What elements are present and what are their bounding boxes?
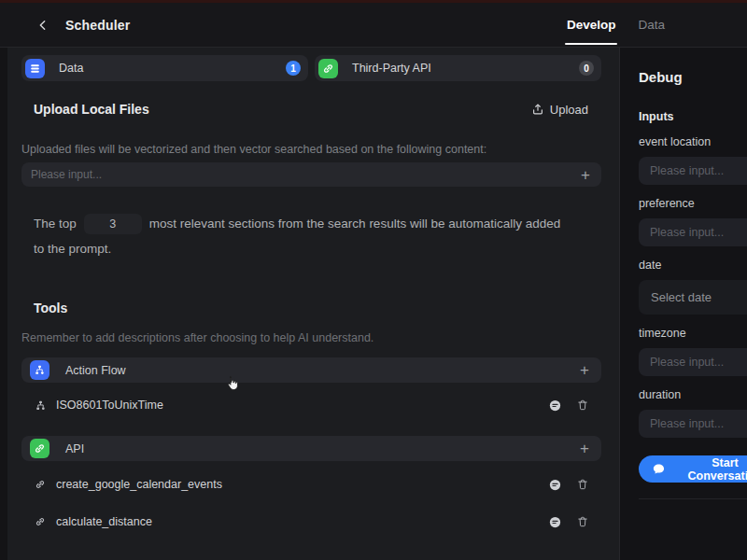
vector-search-input-row: +: [21, 162, 601, 187]
delete-trash-icon[interactable]: [576, 399, 590, 413]
tool-name: create_google_calendar_events: [56, 478, 222, 491]
debug-heading: Debug: [639, 69, 747, 85]
upload-icon: [531, 103, 544, 116]
tools-description: Remember to add descriptions after choos…: [21, 331, 601, 344]
third-party-api-label: Third-Party API: [352, 62, 431, 75]
data-count-badge: 1: [286, 61, 301, 76]
tools-heading: Tools: [34, 301, 601, 315]
page-title: Scheduler: [65, 18, 131, 33]
third-party-api-count-badge: 0: [579, 61, 594, 76]
field-label-date: date: [639, 258, 747, 273]
delete-trash-icon[interactable]: [576, 515, 590, 529]
upload-local-files-heading: Upload Local Files: [34, 102, 149, 117]
tool-row-iso8601[interactable]: ISO8601ToUnixTime: [21, 394, 601, 416]
workflow-small-icon: [35, 399, 48, 412]
preference-input[interactable]: [639, 218, 747, 246]
data-card[interactable]: Data 1: [21, 55, 308, 81]
debug-panel: Debug Inputs event location preference d…: [619, 48, 747, 560]
tool-row-calculate-distance[interactable]: calculate_distance: [21, 511, 601, 533]
tool-name: calculate_distance: [56, 515, 152, 528]
database-icon: [25, 59, 45, 78]
vector-search-input[interactable]: [31, 168, 579, 181]
develop-main-panel: Data 1 Third-Party API 0 Upload Local Fi…: [7, 48, 619, 560]
top-k-input[interactable]: [84, 214, 142, 234]
add-action-flow-button[interactable]: +: [578, 362, 591, 378]
add-content-button[interactable]: +: [579, 167, 592, 183]
api-label: API: [65, 442, 84, 455]
upload-button[interactable]: Upload: [531, 103, 588, 117]
tool-name: ISO8601ToUnixTime: [56, 399, 163, 412]
field-label-duration: duration: [639, 387, 747, 402]
date-select[interactable]: Select date: [639, 280, 747, 315]
chat-bubble-icon: [652, 462, 666, 476]
third-party-api-card[interactable]: Third-Party API 0: [315, 55, 601, 81]
field-label-timezone: timezone: [639, 326, 747, 341]
api-link-icon: [30, 439, 49, 458]
chevron-left-icon: [35, 18, 50, 33]
event-location-input[interactable]: [639, 157, 747, 185]
back-button[interactable]: [35, 17, 52, 34]
action-flow-label: Action Flow: [65, 364, 126, 377]
duration-input[interactable]: [639, 410, 747, 438]
vectorize-description: Uploaded files will be vectorized and th…: [21, 142, 601, 157]
action-flow-group-row[interactable]: Action Flow +: [21, 357, 601, 383]
inputs-heading: Inputs: [639, 110, 747, 123]
add-api-button[interactable]: +: [578, 441, 591, 456]
link-small-icon: [35, 478, 48, 491]
description-comment-icon[interactable]: [548, 399, 562, 413]
field-label-event-location: event location: [639, 134, 747, 149]
knowledge-cards-row: Data 1 Third-Party API 0: [21, 55, 601, 81]
link-small-icon: [35, 515, 48, 528]
workflow-icon: [30, 360, 49, 380]
link-icon: [318, 59, 338, 78]
delete-trash-icon[interactable]: [576, 478, 590, 492]
field-label-preference: preference: [639, 196, 747, 211]
debug-section-divider: [639, 498, 747, 499]
description-comment-icon[interactable]: [548, 515, 562, 529]
tab-data[interactable]: Data: [638, 3, 665, 47]
data-card-label: Data: [59, 62, 83, 75]
top-sections-paragraph: The topmost relevant sections from the s…: [34, 211, 571, 261]
timezone-input[interactable]: [639, 348, 747, 376]
api-group-row[interactable]: API +: [21, 436, 601, 461]
top-bar: Scheduler Develop Data: [0, 3, 747, 48]
description-comment-icon[interactable]: [548, 478, 562, 492]
tab-develop[interactable]: Develop: [567, 3, 616, 47]
top-tabs: Develop Data: [567, 3, 665, 47]
tool-row-create-calendar[interactable]: create_google_calendar_events: [21, 473, 601, 496]
start-conversation-button[interactable]: Start Conversation: [639, 455, 747, 483]
